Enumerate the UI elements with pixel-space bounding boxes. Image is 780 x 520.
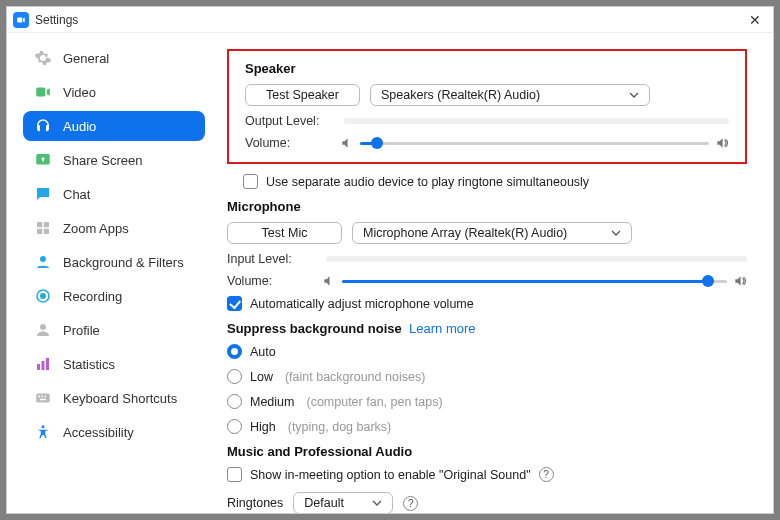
main-panel: Speaker Test Speaker Speakers (Realtek(R…	[217, 33, 773, 513]
gear-icon	[33, 48, 53, 68]
speaker-output-level-meter	[344, 118, 729, 124]
auto-adjust-checkbox[interactable]	[227, 296, 242, 311]
svg-rect-0	[17, 17, 22, 22]
statistics-icon	[33, 354, 53, 374]
separate-ringtone-label: Use separate audio device to play ringto…	[266, 175, 589, 189]
speaker-volume-slider[interactable]	[360, 142, 709, 145]
help-icon[interactable]: ?	[403, 496, 418, 511]
microphone-title: Microphone	[227, 199, 747, 214]
learn-more-link[interactable]: Learn more	[409, 321, 475, 336]
sidebar-item-share-screen[interactable]: Share Screen	[23, 145, 205, 175]
svg-rect-4	[44, 222, 49, 227]
suppress-auto-row[interactable]: Auto	[227, 344, 747, 359]
svg-point-9	[40, 293, 46, 299]
original-sound-checkbox[interactable]	[227, 467, 242, 482]
speaker-section-highlight: Speaker Test Speaker Speakers (Realtek(R…	[227, 49, 747, 164]
original-sound-row: Show in-meeting option to enable "Origin…	[227, 467, 747, 482]
share-screen-icon	[33, 150, 53, 170]
volume-high-icon	[715, 136, 729, 150]
accessibility-icon	[33, 422, 53, 442]
sidebar-item-label: Zoom Apps	[63, 221, 129, 236]
mic-input-level-meter	[326, 256, 747, 262]
suppress-low-radio[interactable]	[227, 369, 242, 384]
suppress-medium-row[interactable]: Medium (computer fan, pen taps)	[227, 394, 747, 409]
sidebar-item-zoom-apps[interactable]: Zoom Apps	[23, 213, 205, 243]
separate-ringtone-row: Use separate audio device to play ringto…	[243, 174, 747, 189]
svg-rect-5	[37, 229, 42, 234]
suppress-medium-label: Medium	[250, 395, 294, 409]
sidebar-item-background-filters[interactable]: Background & Filters	[23, 247, 205, 277]
sidebar-item-label: Profile	[63, 323, 100, 338]
sidebar-item-label: Video	[63, 85, 96, 100]
speaker-device-dropdown[interactable]: Speakers (Realtek(R) Audio)	[370, 84, 650, 106]
profile-icon	[33, 320, 53, 340]
keyboard-icon	[33, 388, 53, 408]
sidebar-item-label: General	[63, 51, 109, 66]
window-title: Settings	[35, 13, 78, 27]
sidebar-item-label: Statistics	[63, 357, 115, 372]
sidebar-item-video[interactable]: Video	[23, 77, 205, 107]
suppress-auto-radio[interactable]	[227, 344, 242, 359]
suppress-medium-radio[interactable]	[227, 394, 242, 409]
sidebar-item-chat[interactable]: Chat	[23, 179, 205, 209]
svg-rect-1	[36, 88, 45, 97]
mic-volume-label: Volume:	[227, 274, 312, 288]
test-mic-button[interactable]: Test Mic	[227, 222, 342, 244]
mic-volume-slider[interactable]	[342, 280, 727, 283]
ringtones-label: Ringtones	[227, 496, 283, 510]
svg-point-19	[42, 425, 45, 428]
chevron-down-icon	[611, 230, 621, 236]
suppress-low-row[interactable]: Low (faint background noises)	[227, 369, 747, 384]
ringtones-dropdown[interactable]: Default	[293, 492, 393, 513]
volume-low-icon	[340, 136, 354, 150]
suppress-high-row[interactable]: High (typing, dog barks)	[227, 419, 747, 434]
mic-device-value: Microphone Array (Realtek(R) Audio)	[363, 226, 611, 240]
chevron-down-icon	[629, 92, 639, 98]
speaker-device-value: Speakers (Realtek(R) Audio)	[381, 88, 629, 102]
chevron-down-icon	[372, 500, 382, 506]
body: General Video Audio Share Screen Chat Zo…	[7, 33, 773, 513]
sidebar-item-recording[interactable]: Recording	[23, 281, 205, 311]
sidebar-item-audio[interactable]: Audio	[23, 111, 205, 141]
svg-rect-16	[42, 396, 44, 398]
chat-icon	[33, 184, 53, 204]
suppress-high-radio[interactable]	[227, 419, 242, 434]
separate-ringtone-checkbox[interactable]	[243, 174, 258, 189]
sidebar-item-keyboard-shortcuts[interactable]: Keyboard Shortcuts	[23, 383, 205, 413]
help-icon[interactable]: ?	[539, 467, 554, 482]
close-button[interactable]: ✕	[743, 10, 767, 30]
volume-high-icon	[733, 274, 747, 288]
sidebar-item-statistics[interactable]: Statistics	[23, 349, 205, 379]
test-speaker-button[interactable]: Test Speaker	[245, 84, 360, 106]
original-sound-label: Show in-meeting option to enable "Origin…	[250, 468, 531, 482]
suppress-low-label: Low	[250, 370, 273, 384]
sidebar-item-label: Accessibility	[63, 425, 134, 440]
ringtones-value: Default	[304, 496, 372, 510]
sidebar-item-profile[interactable]: Profile	[23, 315, 205, 345]
sidebar-item-label: Recording	[63, 289, 122, 304]
output-level-label: Output Level:	[245, 114, 330, 128]
sidebar-item-accessibility[interactable]: Accessibility	[23, 417, 205, 447]
auto-adjust-label: Automatically adjust microphone volume	[250, 297, 474, 311]
svg-rect-14	[36, 394, 50, 403]
zoom-app-icon	[13, 12, 29, 28]
svg-rect-3	[37, 222, 42, 227]
sidebar-item-label: Background & Filters	[63, 255, 184, 270]
suppress-auto-label: Auto	[250, 345, 276, 359]
apps-icon	[33, 218, 53, 238]
svg-rect-11	[37, 364, 40, 370]
svg-rect-15	[39, 396, 41, 398]
titlebar: Settings ✕	[7, 7, 773, 33]
auto-adjust-row: Automatically adjust microphone volume	[227, 296, 747, 311]
mic-device-dropdown[interactable]: Microphone Array (Realtek(R) Audio)	[352, 222, 632, 244]
svg-rect-12	[42, 361, 45, 370]
background-icon	[33, 252, 53, 272]
sidebar-item-label: Chat	[63, 187, 90, 202]
sidebar-item-label: Audio	[63, 119, 96, 134]
svg-rect-13	[46, 358, 49, 370]
video-icon	[33, 82, 53, 102]
sidebar-item-general[interactable]: General	[23, 43, 205, 73]
suppress-low-hint: (faint background noises)	[285, 370, 425, 384]
headphones-icon	[33, 116, 53, 136]
suppress-high-hint: (typing, dog barks)	[288, 420, 392, 434]
